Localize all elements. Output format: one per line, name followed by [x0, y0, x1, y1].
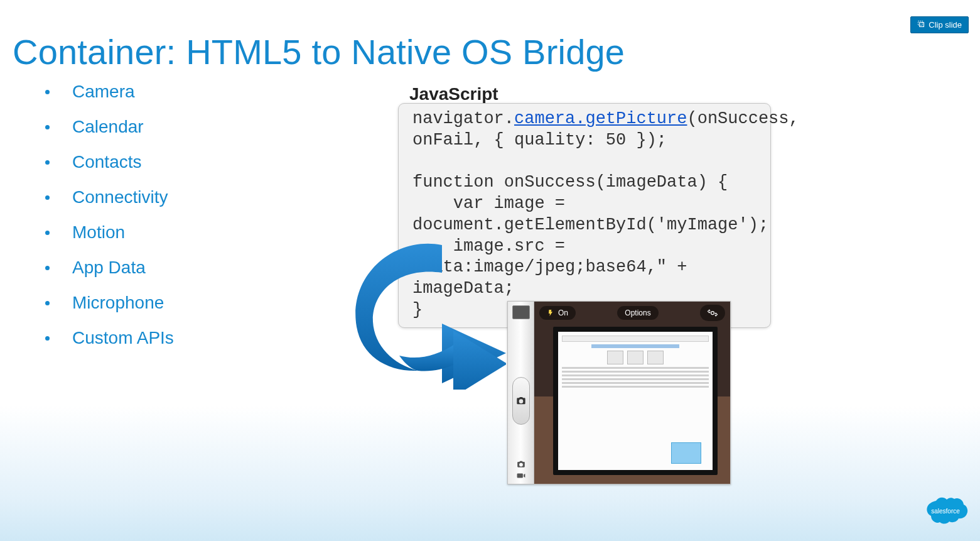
- bullet-icon: [45, 231, 50, 235]
- code-title: JavaScript: [409, 84, 498, 104]
- feature-label: Camera: [72, 83, 135, 101]
- flash-label: On: [558, 309, 568, 317]
- options-label: Options: [625, 309, 650, 317]
- monitor-frame: [553, 327, 718, 475]
- camera-app-screenshot: On Options: [507, 301, 731, 484]
- feature-item: Contacts: [45, 153, 174, 171]
- feature-item: Custom APIs: [45, 329, 174, 347]
- clip-icon: [917, 20, 925, 30]
- flash-icon: [547, 309, 554, 317]
- feature-label: App Data: [72, 259, 146, 276]
- browser-url-bar: [562, 336, 709, 342]
- clip-slide-label: Clip slide: [929, 20, 962, 30]
- feature-label: Microphone: [72, 294, 164, 312]
- popup-box: [671, 442, 701, 464]
- feature-label: Connectivity: [72, 189, 168, 206]
- curved-arrow-icon: [343, 239, 506, 390]
- feature-item: App Data: [45, 259, 174, 276]
- salesforce-text: salesforce: [931, 508, 960, 515]
- bullet-icon: [45, 90, 50, 94]
- clip-slide-button[interactable]: Clip slide: [910, 16, 969, 33]
- bullet-icon: [45, 160, 50, 165]
- camera-icon: [516, 396, 526, 406]
- card-row: [562, 351, 709, 364]
- bullet-icon: [45, 125, 50, 129]
- svg-marker-2: [453, 331, 506, 390]
- svg-point-3: [711, 312, 714, 315]
- bullet-icon: [45, 301, 50, 305]
- feature-label: Contacts: [72, 153, 142, 171]
- bullet-icon: [45, 195, 50, 200]
- feature-item: Calendar: [45, 118, 174, 136]
- feature-item: Connectivity: [45, 189, 174, 206]
- text-lines: [562, 367, 709, 388]
- feature-label: Custom APIs: [72, 329, 174, 347]
- feature-item: Camera: [45, 83, 174, 101]
- options-pill: Options: [617, 306, 658, 320]
- page-heading-bar: [591, 344, 679, 348]
- bullet-icon: [45, 336, 50, 341]
- bullet-icon: [45, 266, 50, 270]
- camera-swap-button: [700, 305, 725, 321]
- code-prefix: navigator.: [412, 109, 514, 128]
- slide-container: Clip slide Container: HTML5 to Native OS…: [0, 0, 980, 541]
- camera-mode-switch: [517, 460, 525, 480]
- camera-sidebar: [508, 302, 534, 484]
- camera-viewport: On Options: [534, 302, 730, 484]
- feature-label: Motion: [72, 224, 125, 241]
- camera-icon: [517, 460, 525, 469]
- camera-top-bar: On Options: [534, 302, 730, 324]
- swap-camera-icon: [706, 309, 719, 317]
- flash-pill: On: [539, 306, 576, 320]
- code-link: camera.getPicture: [514, 109, 687, 128]
- feature-list: Camera Calendar Contacts Connectivity Mo…: [45, 83, 174, 364]
- camera-thumbnail: [512, 305, 530, 319]
- salesforce-logo: salesforce: [922, 495, 969, 530]
- feature-item: Motion: [45, 224, 174, 241]
- monitor-screen: [558, 332, 713, 470]
- svg-rect-1: [920, 23, 924, 27]
- feature-item: Microphone: [45, 294, 174, 312]
- slide-title: Container: HTML5 to Native OS Bridge: [13, 31, 625, 72]
- shutter-button: [512, 377, 530, 425]
- svg-rect-0: [918, 21, 923, 26]
- video-icon: [517, 471, 525, 480]
- feature-label: Calendar: [72, 118, 144, 136]
